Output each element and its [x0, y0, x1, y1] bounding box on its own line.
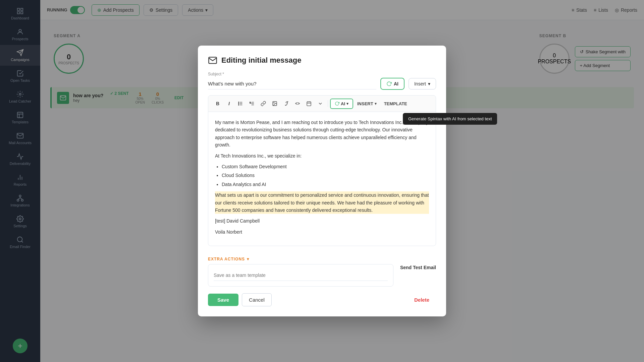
- unordered-list-button[interactable]: [235, 98, 246, 109]
- svg-rect-25: [307, 102, 311, 106]
- edit-message-modal: Editing initial message Subject * AI Ins…: [198, 46, 446, 316]
- editor-area[interactable]: My name is Morton Pease, and I am reachi…: [208, 112, 436, 246]
- envelope-icon: [208, 56, 217, 65]
- modal-header: Editing initial message: [208, 56, 436, 65]
- code-button[interactable]: <>: [292, 98, 303, 109]
- toolbar-template-button[interactable]: TEMPLATE: [381, 99, 411, 108]
- subject-input[interactable]: [208, 78, 376, 89]
- link-button[interactable]: [258, 98, 269, 109]
- calendar-button[interactable]: [304, 98, 314, 109]
- list-item: Custom Software Development: [222, 163, 429, 170]
- template-name-input[interactable]: [214, 270, 388, 281]
- variable-button[interactable]: [315, 98, 326, 109]
- delete-button[interactable]: Delete: [408, 294, 436, 306]
- editor-paragraph-3: What sets us apart is our commitment to …: [215, 191, 429, 214]
- subject-label: Subject *: [208, 72, 436, 76]
- toolbar-ai-button[interactable]: AI ▾: [330, 98, 353, 109]
- editor-signature-1: [test] David Campbell: [215, 217, 429, 225]
- ordered-list-button[interactable]: 1.: [247, 98, 257, 109]
- subject-section: Subject * AI Insert ▾: [208, 72, 436, 90]
- chevron-down-icon: ▾: [375, 101, 377, 106]
- chevron-down-icon: ▾: [346, 101, 348, 106]
- list-item: Data Analytics and AI: [222, 181, 429, 188]
- refresh-icon: [386, 81, 392, 86]
- cancel-button[interactable]: Cancel: [242, 293, 272, 306]
- image-button[interactable]: [269, 98, 280, 109]
- editor-paragraph-1: My name is Morton Pease, and I am reachi…: [215, 119, 429, 149]
- chevron-down-icon: ▾: [428, 81, 430, 86]
- insert-button[interactable]: Insert ▾: [409, 78, 436, 89]
- bold-button[interactable]: B: [212, 98, 223, 109]
- list-item: Cloud Solutions: [222, 172, 429, 179]
- editor-signature-2: Voila Norbert: [215, 228, 429, 236]
- svg-point-18: [238, 105, 239, 105]
- modal-footer: Save Cancel Delete: [208, 293, 436, 306]
- toolbar-divider: [328, 100, 328, 107]
- extra-actions-box: [208, 264, 393, 287]
- send-test-email-button[interactable]: Send Test Email: [400, 265, 436, 270]
- ai-tooltip: Generate Spintax with AI from selected t…: [403, 113, 497, 125]
- ai-button[interactable]: AI: [380, 78, 405, 90]
- italic-button[interactable]: I: [224, 98, 234, 109]
- toolbar-insert-button[interactable]: INSERT ▾: [354, 99, 380, 108]
- extra-actions-header[interactable]: EXTRA ACTIONS ▾: [208, 257, 393, 261]
- modal-title: Editing initial message: [221, 56, 301, 65]
- chevron-down-icon: ▾: [247, 257, 249, 261]
- strikethrough-button[interactable]: ℐ: [281, 98, 291, 109]
- svg-point-24: [274, 103, 274, 103]
- editor-toolbar: B I 1. ℐ <> AI ▾ Generate Spintax wi: [208, 95, 436, 112]
- svg-point-16: [238, 102, 239, 103]
- svg-text:1.: 1.: [250, 102, 251, 104]
- editor-paragraph-2: At Tech Innovations Inc., we specialize …: [215, 152, 429, 160]
- editor-list: Custom Software Development Cloud Soluti…: [222, 163, 429, 188]
- subject-row: AI Insert ▾: [208, 78, 436, 90]
- extra-actions: EXTRA ACTIONS ▾: [208, 257, 393, 287]
- svg-point-17: [238, 103, 239, 104]
- save-button[interactable]: Save: [208, 294, 238, 306]
